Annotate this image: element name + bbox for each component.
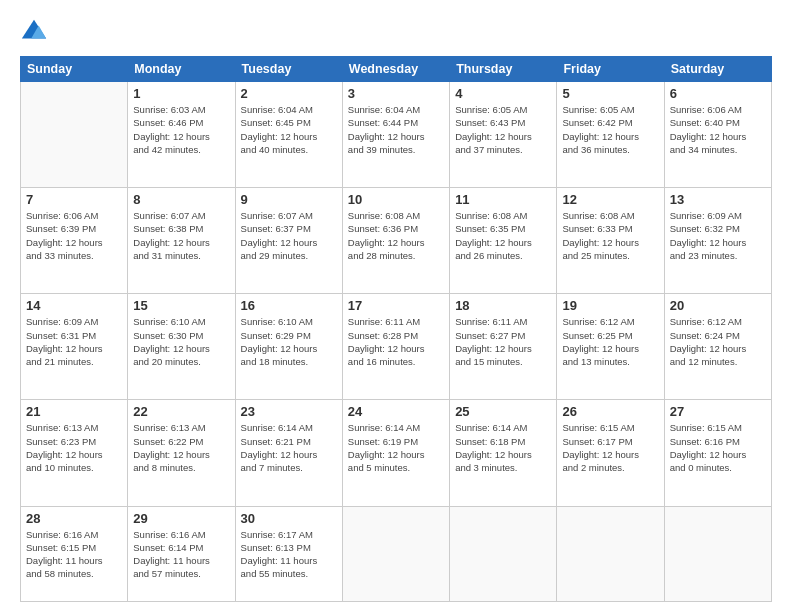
calendar-cell: 17Sunrise: 6:11 AM Sunset: 6:28 PM Dayli… bbox=[342, 294, 449, 400]
day-info: Sunrise: 6:14 AM Sunset: 6:21 PM Dayligh… bbox=[241, 421, 337, 474]
day-info: Sunrise: 6:13 AM Sunset: 6:22 PM Dayligh… bbox=[133, 421, 229, 474]
day-number: 14 bbox=[26, 298, 122, 313]
calendar-cell: 22Sunrise: 6:13 AM Sunset: 6:22 PM Dayli… bbox=[128, 400, 235, 506]
day-info: Sunrise: 6:03 AM Sunset: 6:46 PM Dayligh… bbox=[133, 103, 229, 156]
header bbox=[20, 18, 772, 46]
day-info: Sunrise: 6:10 AM Sunset: 6:30 PM Dayligh… bbox=[133, 315, 229, 368]
day-info: Sunrise: 6:04 AM Sunset: 6:44 PM Dayligh… bbox=[348, 103, 444, 156]
day-number: 24 bbox=[348, 404, 444, 419]
day-number: 18 bbox=[455, 298, 551, 313]
day-number: 21 bbox=[26, 404, 122, 419]
weekday-header: Sunday bbox=[21, 57, 128, 82]
calendar-cell: 24Sunrise: 6:14 AM Sunset: 6:19 PM Dayli… bbox=[342, 400, 449, 506]
day-number: 15 bbox=[133, 298, 229, 313]
calendar-cell bbox=[450, 506, 557, 602]
day-number: 5 bbox=[562, 86, 658, 101]
calendar-cell: 5Sunrise: 6:05 AM Sunset: 6:42 PM Daylig… bbox=[557, 82, 664, 188]
day-info: Sunrise: 6:04 AM Sunset: 6:45 PM Dayligh… bbox=[241, 103, 337, 156]
day-info: Sunrise: 6:11 AM Sunset: 6:27 PM Dayligh… bbox=[455, 315, 551, 368]
page: SundayMondayTuesdayWednesdayThursdayFrid… bbox=[0, 0, 792, 612]
calendar-header-row: SundayMondayTuesdayWednesdayThursdayFrid… bbox=[21, 57, 772, 82]
logo bbox=[20, 18, 52, 46]
calendar-week-row: 14Sunrise: 6:09 AM Sunset: 6:31 PM Dayli… bbox=[21, 294, 772, 400]
day-info: Sunrise: 6:12 AM Sunset: 6:25 PM Dayligh… bbox=[562, 315, 658, 368]
calendar-cell: 2Sunrise: 6:04 AM Sunset: 6:45 PM Daylig… bbox=[235, 82, 342, 188]
day-info: Sunrise: 6:08 AM Sunset: 6:35 PM Dayligh… bbox=[455, 209, 551, 262]
calendar-cell: 1Sunrise: 6:03 AM Sunset: 6:46 PM Daylig… bbox=[128, 82, 235, 188]
calendar-cell: 7Sunrise: 6:06 AM Sunset: 6:39 PM Daylig… bbox=[21, 188, 128, 294]
calendar-cell bbox=[664, 506, 771, 602]
day-number: 13 bbox=[670, 192, 766, 207]
day-number: 10 bbox=[348, 192, 444, 207]
day-info: Sunrise: 6:16 AM Sunset: 6:15 PM Dayligh… bbox=[26, 528, 122, 581]
calendar-cell: 30Sunrise: 6:17 AM Sunset: 6:13 PM Dayli… bbox=[235, 506, 342, 602]
day-number: 28 bbox=[26, 511, 122, 526]
weekday-header: Monday bbox=[128, 57, 235, 82]
day-info: Sunrise: 6:15 AM Sunset: 6:17 PM Dayligh… bbox=[562, 421, 658, 474]
calendar-cell: 27Sunrise: 6:15 AM Sunset: 6:16 PM Dayli… bbox=[664, 400, 771, 506]
calendar-cell: 16Sunrise: 6:10 AM Sunset: 6:29 PM Dayli… bbox=[235, 294, 342, 400]
day-info: Sunrise: 6:08 AM Sunset: 6:36 PM Dayligh… bbox=[348, 209, 444, 262]
calendar-cell: 26Sunrise: 6:15 AM Sunset: 6:17 PM Dayli… bbox=[557, 400, 664, 506]
weekday-header: Thursday bbox=[450, 57, 557, 82]
calendar-cell: 14Sunrise: 6:09 AM Sunset: 6:31 PM Dayli… bbox=[21, 294, 128, 400]
logo-icon bbox=[20, 18, 48, 46]
day-number: 29 bbox=[133, 511, 229, 526]
day-number: 4 bbox=[455, 86, 551, 101]
calendar-cell: 21Sunrise: 6:13 AM Sunset: 6:23 PM Dayli… bbox=[21, 400, 128, 506]
day-number: 3 bbox=[348, 86, 444, 101]
calendar-week-row: 28Sunrise: 6:16 AM Sunset: 6:15 PM Dayli… bbox=[21, 506, 772, 602]
day-number: 20 bbox=[670, 298, 766, 313]
day-number: 8 bbox=[133, 192, 229, 207]
day-number: 16 bbox=[241, 298, 337, 313]
day-number: 25 bbox=[455, 404, 551, 419]
day-number: 22 bbox=[133, 404, 229, 419]
calendar-cell: 11Sunrise: 6:08 AM Sunset: 6:35 PM Dayli… bbox=[450, 188, 557, 294]
day-info: Sunrise: 6:13 AM Sunset: 6:23 PM Dayligh… bbox=[26, 421, 122, 474]
day-info: Sunrise: 6:07 AM Sunset: 6:37 PM Dayligh… bbox=[241, 209, 337, 262]
calendar-cell bbox=[21, 82, 128, 188]
calendar-cell: 19Sunrise: 6:12 AM Sunset: 6:25 PM Dayli… bbox=[557, 294, 664, 400]
day-number: 2 bbox=[241, 86, 337, 101]
day-info: Sunrise: 6:07 AM Sunset: 6:38 PM Dayligh… bbox=[133, 209, 229, 262]
calendar-week-row: 21Sunrise: 6:13 AM Sunset: 6:23 PM Dayli… bbox=[21, 400, 772, 506]
calendar-week-row: 7Sunrise: 6:06 AM Sunset: 6:39 PM Daylig… bbox=[21, 188, 772, 294]
day-info: Sunrise: 6:08 AM Sunset: 6:33 PM Dayligh… bbox=[562, 209, 658, 262]
calendar-cell: 3Sunrise: 6:04 AM Sunset: 6:44 PM Daylig… bbox=[342, 82, 449, 188]
day-number: 26 bbox=[562, 404, 658, 419]
calendar-cell bbox=[342, 506, 449, 602]
calendar-cell: 8Sunrise: 6:07 AM Sunset: 6:38 PM Daylig… bbox=[128, 188, 235, 294]
calendar-cell: 18Sunrise: 6:11 AM Sunset: 6:27 PM Dayli… bbox=[450, 294, 557, 400]
day-info: Sunrise: 6:17 AM Sunset: 6:13 PM Dayligh… bbox=[241, 528, 337, 581]
day-number: 11 bbox=[455, 192, 551, 207]
calendar-cell: 29Sunrise: 6:16 AM Sunset: 6:14 PM Dayli… bbox=[128, 506, 235, 602]
day-number: 1 bbox=[133, 86, 229, 101]
calendar-cell: 6Sunrise: 6:06 AM Sunset: 6:40 PM Daylig… bbox=[664, 82, 771, 188]
calendar-cell: 12Sunrise: 6:08 AM Sunset: 6:33 PM Dayli… bbox=[557, 188, 664, 294]
weekday-header: Saturday bbox=[664, 57, 771, 82]
day-info: Sunrise: 6:06 AM Sunset: 6:40 PM Dayligh… bbox=[670, 103, 766, 156]
day-info: Sunrise: 6:05 AM Sunset: 6:42 PM Dayligh… bbox=[562, 103, 658, 156]
day-number: 17 bbox=[348, 298, 444, 313]
calendar-table: SundayMondayTuesdayWednesdayThursdayFrid… bbox=[20, 56, 772, 602]
calendar-cell: 28Sunrise: 6:16 AM Sunset: 6:15 PM Dayli… bbox=[21, 506, 128, 602]
day-info: Sunrise: 6:06 AM Sunset: 6:39 PM Dayligh… bbox=[26, 209, 122, 262]
calendar-cell: 20Sunrise: 6:12 AM Sunset: 6:24 PM Dayli… bbox=[664, 294, 771, 400]
day-number: 27 bbox=[670, 404, 766, 419]
day-info: Sunrise: 6:10 AM Sunset: 6:29 PM Dayligh… bbox=[241, 315, 337, 368]
day-info: Sunrise: 6:14 AM Sunset: 6:18 PM Dayligh… bbox=[455, 421, 551, 474]
calendar-cell: 13Sunrise: 6:09 AM Sunset: 6:32 PM Dayli… bbox=[664, 188, 771, 294]
day-number: 12 bbox=[562, 192, 658, 207]
day-number: 19 bbox=[562, 298, 658, 313]
day-info: Sunrise: 6:16 AM Sunset: 6:14 PM Dayligh… bbox=[133, 528, 229, 581]
calendar-cell bbox=[557, 506, 664, 602]
calendar-cell: 23Sunrise: 6:14 AM Sunset: 6:21 PM Dayli… bbox=[235, 400, 342, 506]
day-info: Sunrise: 6:09 AM Sunset: 6:32 PM Dayligh… bbox=[670, 209, 766, 262]
day-number: 7 bbox=[26, 192, 122, 207]
day-number: 23 bbox=[241, 404, 337, 419]
day-number: 6 bbox=[670, 86, 766, 101]
calendar-week-row: 1Sunrise: 6:03 AM Sunset: 6:46 PM Daylig… bbox=[21, 82, 772, 188]
day-info: Sunrise: 6:15 AM Sunset: 6:16 PM Dayligh… bbox=[670, 421, 766, 474]
calendar-cell: 25Sunrise: 6:14 AM Sunset: 6:18 PM Dayli… bbox=[450, 400, 557, 506]
calendar-cell: 15Sunrise: 6:10 AM Sunset: 6:30 PM Dayli… bbox=[128, 294, 235, 400]
